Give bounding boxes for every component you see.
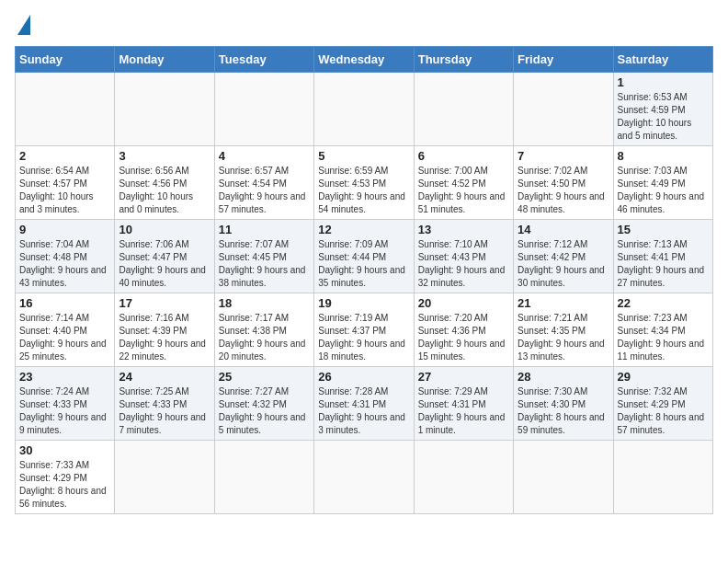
day-number: 17 (119, 296, 210, 310)
calendar-day-cell: 19Sunrise: 7:19 AM Sunset: 4:37 PM Dayli… (314, 293, 414, 367)
day-number: 27 (418, 370, 509, 384)
day-info: Sunrise: 7:06 AM Sunset: 4:47 PM Dayligh… (119, 238, 210, 290)
day-number: 18 (219, 296, 310, 310)
calendar-week-row: 9Sunrise: 7:04 AM Sunset: 4:48 PM Daylig… (16, 220, 713, 293)
day-info: Sunrise: 6:57 AM Sunset: 4:54 PM Dayligh… (219, 165, 310, 216)
calendar-day-cell: 10Sunrise: 7:06 AM Sunset: 4:47 PM Dayli… (115, 220, 214, 293)
calendar-day-cell: 26Sunrise: 7:28 AM Sunset: 4:31 PM Dayli… (314, 367, 414, 441)
day-info: Sunrise: 7:07 AM Sunset: 4:45 PM Dayligh… (219, 238, 310, 290)
day-number: 8 (618, 149, 709, 163)
calendar-day-cell (613, 441, 712, 514)
day-header-friday: Friday (514, 47, 613, 73)
day-info: Sunrise: 6:56 AM Sunset: 4:56 PM Dayligh… (119, 165, 210, 216)
day-number: 14 (518, 223, 609, 236)
calendar-week-row: 1Sunrise: 6:53 AM Sunset: 4:59 PM Daylig… (16, 73, 713, 146)
day-number: 22 (618, 296, 709, 310)
day-header-tuesday: Tuesday (214, 47, 313, 73)
day-number: 30 (19, 443, 110, 457)
day-info: Sunrise: 7:10 AM Sunset: 4:43 PM Dayligh… (418, 238, 509, 290)
calendar-day-cell: 20Sunrise: 7:20 AM Sunset: 4:36 PM Dayli… (414, 293, 513, 367)
calendar-day-cell: 30Sunrise: 7:33 AM Sunset: 4:29 PM Dayli… (16, 441, 115, 514)
calendar-day-cell: 23Sunrise: 7:24 AM Sunset: 4:33 PM Dayli… (16, 367, 115, 441)
calendar-day-cell: 18Sunrise: 7:17 AM Sunset: 4:38 PM Dayli… (214, 293, 313, 367)
day-number: 6 (418, 149, 509, 163)
calendar-day-cell: 6Sunrise: 7:00 AM Sunset: 4:52 PM Daylig… (414, 146, 513, 220)
day-info: Sunrise: 7:33 AM Sunset: 4:29 PM Dayligh… (19, 459, 110, 511)
calendar-day-cell: 12Sunrise: 7:09 AM Sunset: 4:44 PM Dayli… (314, 220, 414, 293)
day-number: 9 (19, 223, 110, 236)
day-info: Sunrise: 7:17 AM Sunset: 4:38 PM Dayligh… (219, 312, 310, 363)
day-info: Sunrise: 7:04 AM Sunset: 4:48 PM Dayligh… (19, 238, 110, 290)
logo-text (15, 15, 31, 35)
day-number: 20 (418, 296, 509, 310)
day-info: Sunrise: 7:20 AM Sunset: 4:36 PM Dayligh… (418, 312, 509, 363)
day-number: 3 (119, 149, 210, 163)
day-number: 4 (219, 149, 310, 163)
logo (15, 15, 31, 35)
calendar-day-cell: 21Sunrise: 7:21 AM Sunset: 4:35 PM Dayli… (514, 293, 613, 367)
day-info: Sunrise: 7:24 AM Sunset: 4:33 PM Dayligh… (19, 385, 110, 437)
day-number: 28 (518, 370, 609, 384)
calendar-day-cell: 17Sunrise: 7:16 AM Sunset: 4:39 PM Dayli… (115, 293, 214, 367)
calendar-day-cell: 9Sunrise: 7:04 AM Sunset: 4:48 PM Daylig… (16, 220, 115, 293)
day-number: 15 (618, 223, 709, 236)
day-info: Sunrise: 7:28 AM Sunset: 4:31 PM Dayligh… (318, 385, 409, 437)
day-number: 11 (219, 223, 310, 236)
calendar-day-cell (115, 73, 214, 146)
day-number: 24 (119, 370, 210, 384)
day-number: 16 (19, 296, 110, 310)
calendar-table: SundayMondayTuesdayWednesdayThursdayFrid… (15, 46, 713, 514)
calendar-day-cell: 5Sunrise: 6:59 AM Sunset: 4:53 PM Daylig… (314, 146, 414, 220)
day-number: 26 (318, 370, 409, 384)
day-info: Sunrise: 7:02 AM Sunset: 4:50 PM Dayligh… (518, 165, 609, 216)
calendar-day-cell (514, 441, 613, 514)
day-info: Sunrise: 7:30 AM Sunset: 4:30 PM Dayligh… (518, 385, 609, 437)
calendar-day-cell (115, 441, 214, 514)
day-info: Sunrise: 7:19 AM Sunset: 4:37 PM Dayligh… (318, 312, 409, 363)
day-header-saturday: Saturday (613, 47, 712, 73)
calendar-day-cell (314, 73, 414, 146)
calendar-day-cell: 24Sunrise: 7:25 AM Sunset: 4:33 PM Dayli… (115, 367, 214, 441)
calendar-week-row: 16Sunrise: 7:14 AM Sunset: 4:40 PM Dayli… (16, 293, 713, 367)
day-number: 21 (518, 296, 609, 310)
day-info: Sunrise: 7:14 AM Sunset: 4:40 PM Dayligh… (19, 312, 110, 363)
day-number: 19 (318, 296, 409, 310)
day-info: Sunrise: 6:59 AM Sunset: 4:53 PM Dayligh… (318, 165, 409, 216)
day-info: Sunrise: 7:25 AM Sunset: 4:33 PM Dayligh… (119, 385, 210, 437)
calendar-day-cell (16, 73, 115, 146)
day-info: Sunrise: 7:32 AM Sunset: 4:29 PM Dayligh… (618, 385, 709, 437)
day-info: Sunrise: 7:13 AM Sunset: 4:41 PM Dayligh… (618, 238, 709, 290)
calendar-day-cell (214, 441, 313, 514)
calendar-day-cell: 29Sunrise: 7:32 AM Sunset: 4:29 PM Dayli… (613, 367, 712, 441)
day-number: 12 (318, 223, 409, 236)
day-header-wednesday: Wednesday (314, 47, 414, 73)
calendar-week-row: 2Sunrise: 6:54 AM Sunset: 4:57 PM Daylig… (16, 146, 713, 220)
day-info: Sunrise: 7:09 AM Sunset: 4:44 PM Dayligh… (318, 238, 409, 290)
day-number: 7 (518, 149, 609, 163)
calendar-day-cell (314, 441, 414, 514)
calendar-day-cell (514, 73, 613, 146)
calendar-day-cell: 14Sunrise: 7:12 AM Sunset: 4:42 PM Dayli… (514, 220, 613, 293)
day-info: Sunrise: 6:53 AM Sunset: 4:59 PM Dayligh… (618, 91, 709, 143)
calendar-day-cell (214, 73, 313, 146)
day-info: Sunrise: 7:00 AM Sunset: 4:52 PM Dayligh… (418, 165, 509, 216)
day-info: Sunrise: 7:29 AM Sunset: 4:31 PM Dayligh… (418, 385, 509, 437)
calendar-day-cell: 8Sunrise: 7:03 AM Sunset: 4:49 PM Daylig… (613, 146, 712, 220)
day-number: 23 (19, 370, 110, 384)
day-header-thursday: Thursday (414, 47, 513, 73)
calendar-day-cell: 7Sunrise: 7:02 AM Sunset: 4:50 PM Daylig… (514, 146, 613, 220)
calendar-week-row: 23Sunrise: 7:24 AM Sunset: 4:33 PM Dayli… (16, 367, 713, 441)
day-number: 5 (318, 149, 409, 163)
calendar-day-cell: 27Sunrise: 7:29 AM Sunset: 4:31 PM Dayli… (414, 367, 513, 441)
calendar-day-cell (414, 441, 513, 514)
calendar-day-cell: 1Sunrise: 6:53 AM Sunset: 4:59 PM Daylig… (613, 73, 712, 146)
logo-triangle-icon (17, 15, 30, 35)
day-number: 25 (219, 370, 310, 384)
calendar-day-cell: 15Sunrise: 7:13 AM Sunset: 4:41 PM Dayli… (613, 220, 712, 293)
day-info: Sunrise: 7:16 AM Sunset: 4:39 PM Dayligh… (119, 312, 210, 363)
day-number: 29 (618, 370, 709, 384)
calendar-day-cell: 2Sunrise: 6:54 AM Sunset: 4:57 PM Daylig… (16, 146, 115, 220)
calendar-day-cell: 3Sunrise: 6:56 AM Sunset: 4:56 PM Daylig… (115, 146, 214, 220)
day-info: Sunrise: 7:21 AM Sunset: 4:35 PM Dayligh… (518, 312, 609, 363)
day-number: 1 (618, 75, 709, 89)
